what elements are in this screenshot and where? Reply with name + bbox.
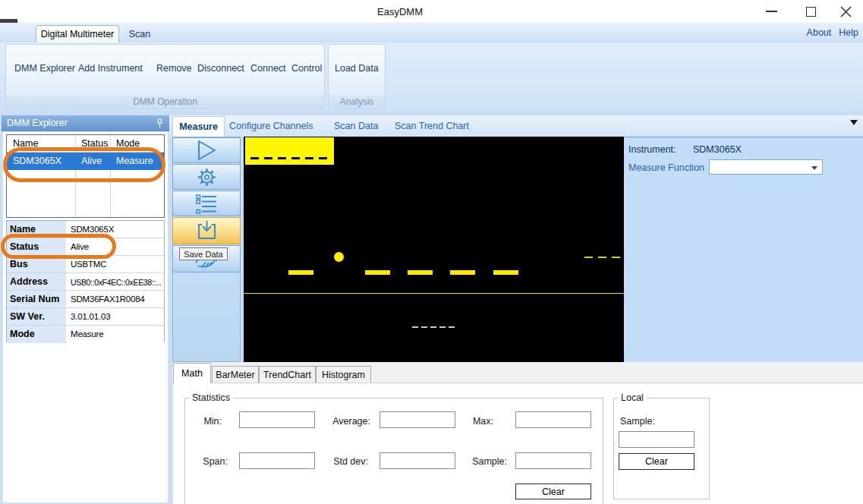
property-row: ModeMeasure	[7, 326, 164, 343]
close-button[interactable]	[832, 0, 859, 23]
dmm-explorer-header: DMM Explorer	[2, 115, 169, 131]
play-icon	[195, 140, 218, 161]
tab-digital-multimeter[interactable]: Digital Multimeter	[36, 25, 119, 43]
instrument-label: Instrument:	[628, 144, 676, 155]
display-secondary-dash	[421, 326, 427, 328]
disconnect-button[interactable]: Disconnect	[197, 63, 244, 74]
load-data-button[interactable]: Load Data	[335, 63, 379, 74]
group-caption-dmm-operation: DMM Operation	[6, 95, 324, 109]
close-icon	[840, 6, 852, 17]
display-dash	[493, 270, 518, 275]
tab-barmeter[interactable]: BarMeter	[212, 366, 259, 383]
property-label: Mode	[7, 326, 66, 343]
ribbon-tab-row: Digital Multimeter Scan About Help	[0, 23, 863, 43]
data-list-button[interactable]	[172, 191, 241, 216]
tab-scan-trend-chart[interactable]: Scan Trend Chart	[395, 121, 469, 131]
property-row: Serial NumSDM36FAX1R0084	[7, 291, 164, 308]
display-dash	[450, 270, 475, 275]
display-unit-dash	[612, 257, 620, 258]
local-sample-label: Sample:	[620, 416, 655, 427]
tab-scan-data[interactable]: Scan Data	[334, 121, 378, 131]
measure-function-label: Measure Function	[628, 162, 704, 173]
maximize-icon	[806, 7, 816, 17]
local-clear-button[interactable]: Clear	[619, 453, 694, 470]
measure-function-combobox[interactable]	[709, 159, 823, 175]
dmm-explorer-button[interactable]: DMM Explorer	[14, 63, 75, 74]
about-link[interactable]: About	[807, 27, 832, 38]
pin-icon[interactable]	[156, 118, 163, 128]
title-bar: EasyDMM	[0, 0, 863, 23]
local-title: Local	[618, 392, 647, 403]
span-label: Span:	[190, 456, 228, 467]
help-link[interactable]: Help	[839, 27, 858, 38]
maximize-button[interactable]	[797, 0, 824, 23]
tab-trendchart[interactable]: TrendChart	[259, 366, 316, 383]
sample-input[interactable]	[515, 452, 591, 469]
annotation-ellipse-status	[1, 234, 116, 259]
std-dev-input[interactable]	[380, 452, 455, 469]
std-dev-label: Std dev:	[319, 456, 368, 467]
tab-histogram[interactable]: Histogram	[316, 366, 371, 383]
min-label: Min:	[190, 416, 222, 427]
statistics-clear-button[interactable]: Clear	[515, 484, 591, 499]
display-dash	[408, 270, 433, 275]
display-unit-dash	[584, 257, 593, 258]
property-label: SW Ver.	[7, 308, 66, 325]
ribbon: DMM Explorer Add Instrument Remove Disco…	[0, 43, 863, 111]
average-input[interactable]	[380, 411, 455, 428]
ribbon-group-dmm-operation: DMM Explorer Add Instrument Remove Disco…	[5, 44, 325, 109]
display-dash	[365, 270, 390, 275]
annotation-ellipse-instrument-row	[3, 147, 165, 182]
display-secondary-dash	[412, 326, 418, 328]
min-input[interactable]	[239, 411, 315, 428]
ribbon-group-analysis: Load Data Analysis	[328, 44, 386, 109]
property-row: AddressUSB0::0xF4EC::0xEE38::...	[7, 273, 164, 291]
tab-measure[interactable]: Measure	[172, 116, 225, 137]
display-overload-box	[245, 137, 334, 165]
max-input[interactable]	[515, 411, 591, 428]
tab-scan[interactable]: Scan	[121, 25, 158, 43]
average-label: Average:	[319, 416, 370, 427]
display-dash	[288, 270, 313, 275]
remove-button[interactable]: Remove	[156, 63, 192, 74]
save-data-button[interactable]	[172, 217, 241, 244]
control-button[interactable]: Control	[291, 63, 322, 74]
dmm-explorer-body: Name Status Mode SDM3065X Alive Measure …	[3, 132, 168, 502]
display-divider-line	[244, 293, 624, 294]
display-decimal-dot	[334, 252, 344, 262]
display-secondary-dash	[439, 326, 446, 328]
display-unit-dash	[598, 257, 606, 258]
local-groupbox	[613, 398, 710, 499]
minimize-icon	[766, 11, 777, 12]
measure-side-panel: Instrument: SDM3065X Measure Function	[624, 137, 863, 362]
display-overload-dashes	[250, 157, 327, 159]
minimize-button[interactable]	[757, 0, 785, 23]
easydmm-window: EasyDMM Digital Multimeter Scan About He…	[0, 0, 863, 504]
statistics-title: Statistics	[189, 392, 233, 403]
run-button[interactable]	[172, 137, 241, 163]
save-data-tooltip: Save Data	[179, 247, 228, 260]
save-data-icon	[195, 220, 218, 241]
add-instrument-button[interactable]: Add Instrument	[78, 63, 143, 74]
dmm-explorer-title: DMM Explorer	[7, 118, 68, 128]
property-value: SDM36FAX1R0084	[67, 291, 164, 307]
local-sample-input[interactable]	[619, 431, 694, 448]
combobox-arrow-icon	[811, 166, 817, 170]
list-icon	[195, 194, 218, 214]
tab-configure-channels[interactable]: Configure Channels	[229, 121, 313, 131]
tab-strip-dropdown-icon[interactable]	[850, 120, 858, 125]
group-caption-analysis: Analysis	[329, 95, 385, 109]
connect-button[interactable]: Connect	[250, 63, 286, 74]
measurement-display	[244, 137, 624, 362]
configure-button[interactable]	[172, 164, 241, 190]
tab-math[interactable]: Math	[173, 363, 211, 383]
property-value: Measure	[67, 326, 164, 343]
span-input[interactable]	[239, 452, 315, 469]
sample-label: Sample:	[461, 456, 507, 467]
property-row: SW Ver.3.01.01.03	[7, 308, 164, 326]
instrument-value: SDM3065X	[693, 144, 742, 155]
property-label: Address	[7, 273, 66, 290]
window-title: EasyDMM	[0, 6, 800, 17]
max-label: Max:	[461, 416, 493, 427]
gear-icon	[194, 165, 219, 190]
